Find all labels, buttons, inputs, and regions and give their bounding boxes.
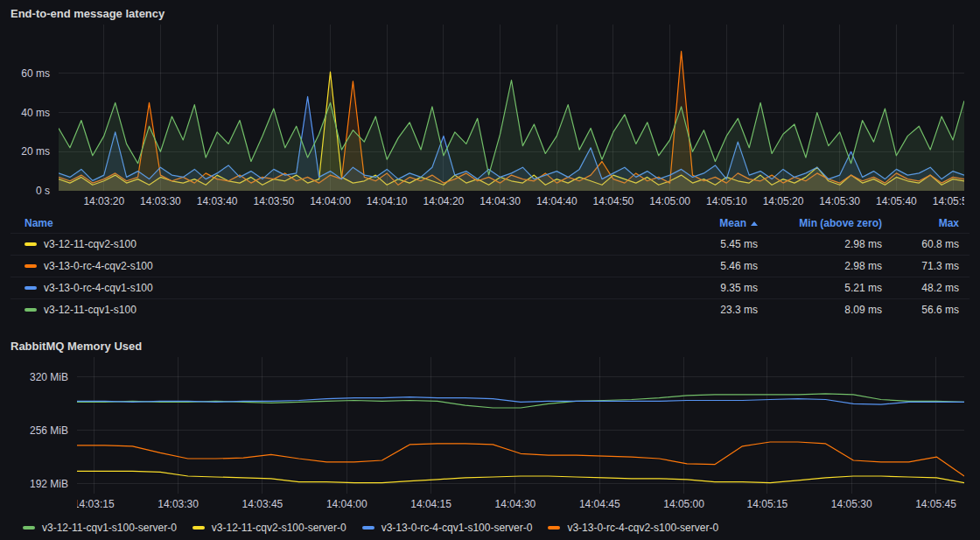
x-axis-tick-label: 14:04:00	[326, 498, 368, 510]
latency-plot-area[interactable]	[59, 25, 964, 191]
series-color-swatch[interactable]	[24, 286, 37, 290]
legend-item-label: v3-12-11-cqv1-s100-server-0	[42, 522, 177, 534]
x-axis-tick-label: 14:04:50	[593, 195, 634, 207]
column-header-max-label: Max	[939, 217, 959, 229]
x-axis-tick-label: 14:04:30	[480, 195, 521, 207]
x-axis-tick-label: 14:04:30	[495, 498, 536, 510]
y-axis-tick-label: 256 MiB	[30, 424, 68, 437]
x-axis-tick-label: 14:03:30	[158, 498, 199, 510]
column-header-mean[interactable]: Mean	[660, 217, 758, 229]
latency-chart: 0 s20 ms40 ms60 ms 14:03:2014:03:3014:03…	[10, 25, 970, 212]
series-color-swatch[interactable]	[24, 242, 37, 246]
series-name[interactable]: v3-13-0-rc-4-cqv2-s100	[44, 260, 153, 272]
max-value: 71.3 ms	[882, 260, 959, 272]
x-axis-tick-label: 14:03:15	[77, 498, 115, 510]
mean-value: 9.35 ms	[660, 282, 758, 294]
column-header-name-label: Name	[24, 217, 53, 229]
min-value: 8.09 ms	[758, 304, 882, 316]
x-axis-tick-label: 14:05:00	[649, 195, 690, 207]
memory-legend: v3-12-11-cqv1-s100-server-0v3-12-11-cqv2…	[10, 522, 970, 534]
x-axis-tick-label: 14:03:30	[140, 195, 181, 207]
legend-item[interactable]: v3-12-11-cqv1-s100-server-0	[23, 522, 177, 534]
memory-y-axis: 192 MiB256 MiB320 MiB	[10, 357, 68, 494]
min-value: 2.98 ms	[758, 238, 882, 250]
legend-table-header: NameMeanMin (above zero)Max	[10, 214, 970, 233]
chart-canvas[interactable]	[77, 357, 964, 494]
x-axis-tick-label: 14:05:10	[706, 195, 747, 207]
series-line-v3-13-0-rc-4-cqv1-s100-server-0	[77, 397, 964, 405]
series-color-swatch	[362, 526, 374, 529]
series-line-v3-13-0-rc-4-cqv2-s100-server-0	[77, 442, 964, 476]
x-axis-tick-label: 14:05:20	[763, 195, 804, 207]
max-value: 56.6 ms	[882, 304, 959, 316]
memory-x-axis: 14:03:1514:03:3014:03:4514:04:0014:04:15…	[77, 494, 964, 515]
x-axis-tick-label: 14:05:00	[663, 498, 704, 510]
series-name[interactable]: v3-13-0-rc-4-cqv1-s100	[44, 282, 153, 294]
memory-chart: 192 MiB256 MiB320 MiB 14:03:1514:03:3014…	[10, 357, 970, 515]
series-color-swatch	[192, 526, 205, 529]
chart-canvas[interactable]	[59, 25, 964, 191]
legend-table-row[interactable]: v3-13-0-rc-4-cqv1-s1009.35 ms5.21 ms48.2…	[10, 277, 970, 298]
series-color-swatch[interactable]	[24, 264, 37, 268]
min-value: 2.98 ms	[758, 260, 882, 272]
latency-panel: End-to-end message latency 0 s20 ms40 ms…	[10, 7, 970, 320]
x-axis-tick-label: 14:05:50	[933, 195, 964, 207]
x-axis-tick-label: 14:03:20	[83, 195, 124, 207]
series-name-cell: v3-12-11-cqv2-s100	[24, 238, 660, 250]
x-axis-tick-label: 14:04:10	[367, 195, 408, 207]
latency-legend-table: NameMeanMin (above zero)Maxv3-12-11-cqv2…	[10, 214, 970, 320]
series-name-cell: v3-13-0-rc-4-cqv1-s100	[24, 282, 660, 294]
latency-x-axis: 14:03:2014:03:3014:03:4014:03:5014:04:00…	[59, 191, 964, 212]
memory-panel-title[interactable]: RabbitMQ Memory Used	[10, 340, 970, 354]
x-axis-tick-label: 14:03:50	[253, 195, 294, 207]
legend-item-label: v3-13-0-rc-4-cqv1-s100-server-0	[382, 522, 533, 534]
sort-ascending-icon	[751, 221, 758, 226]
y-axis-tick-label: 0 s	[36, 185, 50, 197]
x-axis-tick-label: 14:04:45	[579, 498, 620, 510]
y-axis-tick-label: 320 MiB	[30, 371, 68, 383]
y-axis-tick-label: 192 MiB	[30, 478, 68, 490]
legend-item[interactable]: v3-13-0-rc-4-cqv1-s100-server-0	[362, 522, 533, 534]
x-axis-tick-label: 14:04:20	[424, 195, 465, 207]
max-value: 48.2 ms	[882, 282, 959, 294]
x-axis-tick-label: 14:05:30	[819, 195, 860, 207]
series-area-v3-12-11-cqv1-s100	[59, 81, 964, 192]
mean-value: 5.45 ms	[660, 238, 758, 250]
series-color-swatch[interactable]	[24, 308, 37, 312]
series-color-swatch	[23, 526, 35, 529]
series-name[interactable]: v3-12-11-cqv2-s100	[44, 238, 136, 250]
legend-table-row[interactable]: v3-12-11-cqv1-s10023.3 ms8.09 ms56.6 ms	[10, 298, 970, 320]
x-axis-tick-label: 14:05:45	[915, 498, 956, 510]
memory-plot-area[interactable]	[77, 357, 964, 494]
series-color-swatch	[548, 526, 560, 529]
legend-item-label: v3-12-11-cqv2-s100-server-0	[212, 522, 346, 534]
x-axis-tick-label: 14:05:30	[831, 498, 872, 510]
y-axis-tick-label: 60 ms	[21, 67, 50, 80]
x-axis-tick-label: 14:04:00	[310, 195, 351, 207]
column-header-mean-label: Mean	[719, 217, 746, 229]
x-axis-tick-label: 14:04:15	[410, 498, 452, 510]
y-axis-tick-label: 20 ms	[21, 145, 50, 158]
column-header-name[interactable]: Name	[24, 217, 660, 229]
latency-y-axis: 0 s20 ms40 ms60 ms	[10, 25, 50, 191]
legend-table-row[interactable]: v3-12-11-cqv2-s1005.45 ms2.98 ms60.8 ms	[10, 233, 970, 255]
series-name[interactable]: v3-12-11-cqv1-s100	[44, 304, 136, 316]
series-name-cell: v3-12-11-cqv1-s100	[24, 304, 660, 316]
x-axis-tick-label: 14:05:15	[747, 498, 788, 510]
dashboard-page: End-to-end message latency 0 s20 ms40 ms…	[0, 0, 980, 540]
column-header-max[interactable]: Max	[882, 217, 959, 229]
column-header-min[interactable]: Min (above zero)	[758, 217, 882, 229]
series-name-cell: v3-13-0-rc-4-cqv2-s100	[24, 260, 660, 272]
legend-item[interactable]: v3-13-0-rc-4-cqv2-s100-server-0	[548, 522, 718, 534]
legend-item-label: v3-13-0-rc-4-cqv2-s100-server-0	[567, 522, 718, 534]
latency-panel-title[interactable]: End-to-end message latency	[10, 7, 970, 21]
x-axis-tick-label: 14:03:40	[197, 195, 238, 207]
legend-item[interactable]: v3-12-11-cqv2-s100-server-0	[192, 522, 346, 534]
column-header-min-label: Min (above zero)	[799, 217, 882, 229]
mean-value: 5.46 ms	[660, 260, 758, 272]
memory-panel: RabbitMQ Memory Used 192 MiB256 MiB320 M…	[10, 340, 970, 534]
x-axis-tick-label: 14:04:40	[536, 195, 578, 207]
legend-table-row[interactable]: v3-13-0-rc-4-cqv2-s1005.46 ms2.98 ms71.3…	[10, 255, 970, 277]
max-value: 60.8 ms	[882, 238, 959, 250]
min-value: 5.21 ms	[758, 282, 882, 294]
